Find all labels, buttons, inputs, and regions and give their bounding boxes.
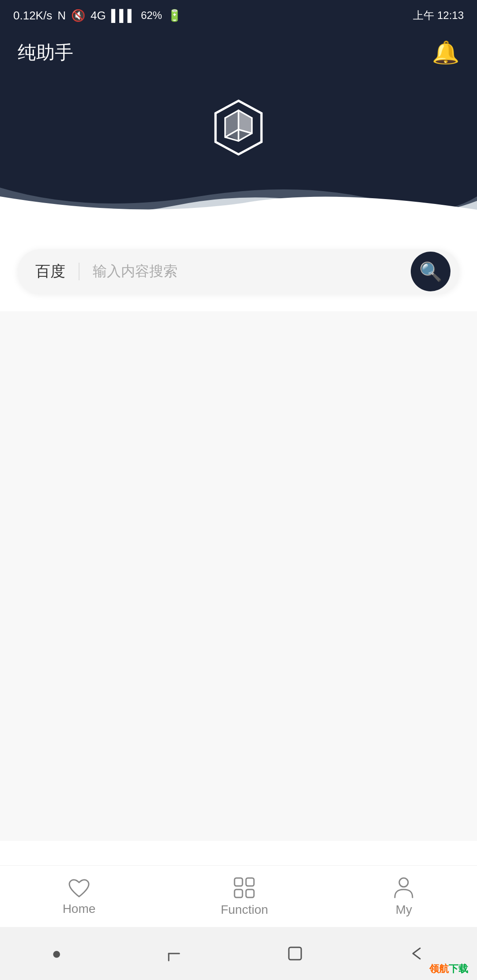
time-display: 上午 12:13 <box>413 8 464 23</box>
nfc-icon: N <box>57 9 66 23</box>
system-nav-bar: ● <box>0 927 477 980</box>
search-bar[interactable]: 百度 输入内容搜索 🔍 <box>18 249 459 294</box>
app-logo <box>210 99 267 156</box>
header-top: 纯助手 🔔 <box>18 40 459 65</box>
battery-icon: 🔋 <box>167 9 182 23</box>
wave-divider <box>0 170 477 223</box>
main-content <box>0 311 477 841</box>
status-bar: 0.12K/s N 🔇 4G ▌▌▌ 62% 🔋 上午 12:13 <box>0 0 477 31</box>
app-title: 纯助手 <box>18 40 73 65</box>
svg-rect-15 <box>246 878 254 886</box>
sys-nav-dot[interactable]: ● <box>52 944 61 963</box>
header: 纯助手 🔔 <box>0 31 477 172</box>
svg-rect-21 <box>289 947 301 960</box>
search-section: 百度 输入内容搜索 🔍 <box>0 223 477 311</box>
nav-my-label: My <box>396 903 412 917</box>
back-arrow-icon <box>408 945 425 962</box>
svg-rect-16 <box>235 890 242 897</box>
search-placeholder-text[interactable]: 输入内容搜索 <box>93 262 411 281</box>
nav-item-function[interactable]: Function <box>221 876 268 917</box>
nav-home-label: Home <box>63 902 96 916</box>
watermark: 领航下载 <box>429 962 468 976</box>
home-square-icon <box>286 945 304 962</box>
sys-nav-home[interactable] <box>286 945 304 962</box>
nav-item-my[interactable]: My <box>393 876 414 917</box>
logo-container <box>18 83 459 172</box>
search-icon: 🔍 <box>419 261 442 283</box>
bell-icon[interactable]: 🔔 <box>432 40 459 65</box>
dot-icon: ● <box>52 944 61 963</box>
my-person-icon <box>393 876 414 899</box>
recent-apps-icon <box>165 945 183 962</box>
4g-icon: 4G <box>91 9 106 23</box>
nav-function-label: Function <box>221 903 268 917</box>
svg-point-18 <box>399 878 408 887</box>
mute-icon: 🔇 <box>71 9 85 23</box>
search-divider <box>79 263 80 280</box>
watermark-text1: 领航 <box>429 963 449 974</box>
bottom-nav: Home Function My <box>0 865 477 927</box>
status-left: 0.12K/s N 🔇 4G ▌▌▌ 62% 🔋 <box>13 9 182 23</box>
svg-rect-17 <box>246 890 254 897</box>
sys-nav-recent[interactable] <box>165 945 183 962</box>
network-speed: 0.12K/s <box>13 9 52 23</box>
watermark-text2: 下载 <box>449 963 468 974</box>
sys-nav-back[interactable] <box>408 945 425 962</box>
signal-icon: ▌▌▌ <box>111 9 136 23</box>
function-grid-icon <box>233 876 256 899</box>
search-engine-label: 百度 <box>35 261 65 282</box>
nav-item-home[interactable]: Home <box>63 877 96 916</box>
battery-percent: 62% <box>141 9 162 22</box>
home-heart-icon <box>68 877 91 898</box>
status-right: 上午 12:13 <box>413 8 464 23</box>
search-button[interactable]: 🔍 <box>411 252 450 291</box>
svg-rect-14 <box>235 878 242 886</box>
